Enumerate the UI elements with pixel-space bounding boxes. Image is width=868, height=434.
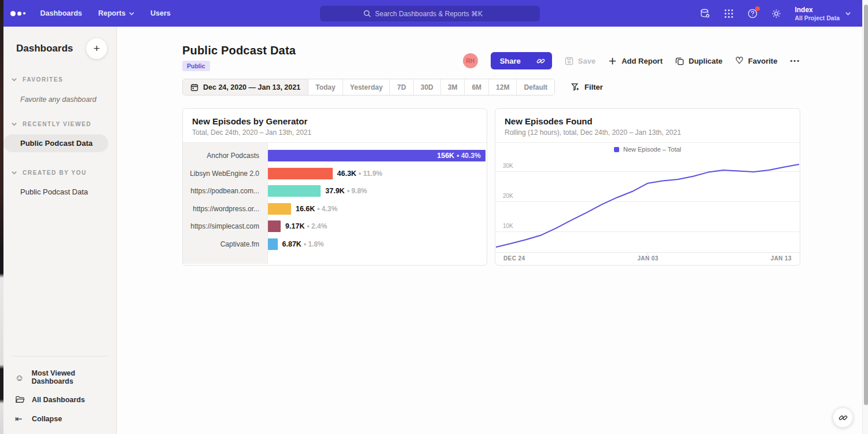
card-new-episodes-found: New Episodes Found Rolling (12 hours), t… (495, 108, 800, 266)
favorites-empty-text: Favorite any dashboard (3, 95, 116, 104)
section-favorites[interactable]: FAVORITES (3, 76, 116, 83)
more-options-button[interactable]: ••• (790, 57, 800, 64)
date-range-group: Dec 24, 2020 — Jan 13, 2021 Today Yester… (182, 79, 555, 95)
ellipsis-icon: ••• (790, 57, 800, 64)
preset-3m[interactable]: 3M (440, 79, 465, 95)
y-tick: 20K (503, 193, 513, 199)
notification-badge (755, 6, 760, 11)
bar-category-label: https://wordpress.or... (183, 200, 267, 218)
settings-gear-icon[interactable] (771, 8, 782, 19)
duplicate-button[interactable]: Duplicate (675, 57, 723, 65)
apps-grid-icon[interactable] (723, 8, 734, 19)
favorite-button[interactable]: ♡ Favorite (735, 57, 778, 65)
card-new-episodes-by-generator: New Episodes by Generator Total, Dec 24t… (182, 108, 487, 266)
search-icon (363, 10, 371, 17)
filter-funnel-icon (571, 83, 580, 91)
chevron-down-icon (12, 170, 17, 175)
background-window-sliver (0, 0, 3, 434)
bar-category-label: https://simplecast.com (183, 218, 267, 236)
chart-title: New Episodes by Generator (192, 116, 477, 126)
save-icon (565, 57, 573, 65)
top-navbar: Dashboards Reports Users Index All Proje… (0, 0, 862, 27)
preset-7d[interactable]: 7D (389, 79, 413, 95)
page-title: Public Podcast Data (182, 44, 296, 57)
chevron-down-icon (845, 11, 851, 16)
search-input[interactable] (375, 10, 496, 18)
help-icon[interactable] (747, 8, 758, 19)
bar-wordpress[interactable]: 16.6K• 4.3% (268, 203, 291, 215)
nav-reports[interactable]: Reports (98, 9, 134, 17)
bar-row: 46.3K• 11.9% 46.3K• 11.9% (268, 165, 487, 183)
preset-12m[interactable]: 12M (488, 79, 516, 95)
floating-copy-link-button[interactable] (833, 407, 853, 428)
calendar-icon (190, 83, 198, 91)
chevron-down-icon (12, 122, 17, 127)
smiley-icon: ☺ (15, 373, 24, 382)
chart-subtitle: Rolling (12 hours), total, Dec 24th, 202… (505, 128, 790, 137)
data-sources-icon[interactable] (700, 8, 711, 19)
nav-users[interactable]: Users (150, 9, 171, 17)
share-split-button: Share (491, 52, 552, 69)
sidebar-item-public-podcast-data-created[interactable]: Public Podcast Data (3, 183, 116, 201)
preset-default[interactable]: Default (516, 79, 554, 95)
date-range-picker[interactable]: Dec 24, 2020 — Jan 13, 2021 (183, 79, 308, 95)
most-viewed-dashboards-button[interactable]: ☺ Most Viewed Dashboards (3, 365, 116, 390)
chart-legend: New Episode – Total (495, 143, 800, 156)
nav-dashboards[interactable]: Dashboards (41, 9, 82, 17)
bar-row: 16.6K• 4.3% 16.6K• 4.3% (268, 200, 487, 218)
new-dashboard-button[interactable]: + (86, 38, 107, 59)
legend-label: New Episode – Total (623, 146, 681, 153)
project-switcher[interactable]: Index All Project Data (795, 6, 851, 21)
bar-simplecast[interactable]: 9.17K• 2.4% (268, 220, 281, 232)
preset-6m[interactable]: 6M (464, 79, 488, 95)
bar-libsyn[interactable]: 46.3K• 11.9% (268, 168, 333, 179)
bars-area: 156K• 40.3% 156K• 40.3% 46.3K• 11.9% 46.… (268, 143, 487, 264)
folder-icon (15, 395, 25, 404)
copy-link-button[interactable] (530, 52, 552, 69)
app-logo-icon[interactable] (10, 11, 25, 16)
preset-today[interactable]: Today (308, 79, 342, 95)
vertical-scrollbar[interactable] (862, 0, 868, 434)
all-dashboards-button[interactable]: All Dashboards (3, 390, 116, 409)
x-tick: DEC 24 (503, 255, 525, 262)
legend-swatch (614, 147, 619, 152)
section-created-by-you[interactable]: CREATED BY YOU (3, 170, 116, 176)
link-icon (536, 57, 545, 65)
y-tick: 10K (503, 223, 513, 229)
date-range-label: Dec 24, 2020 — Jan 13, 2021 (203, 83, 300, 91)
x-tick: JAN 13 (771, 255, 792, 262)
bar-category-label: Captivate.fm (183, 236, 267, 253)
section-recently-viewed[interactable]: RECENTLY VIEWED (3, 121, 116, 127)
chart-subtitle: Total, Dec 24th, 2020 – Jan 13th, 2021 (192, 128, 477, 137)
bar-captivate[interactable]: 6.87K• 1.8% (268, 238, 278, 250)
bar-anchor-podcasts[interactable]: 156K• 40.3% (268, 150, 486, 161)
heart-icon: ♡ (735, 57, 744, 65)
global-search[interactable] (320, 6, 540, 21)
duplicate-icon (675, 57, 684, 65)
sidebar-item-public-podcast-data[interactable]: Public Podcast Data (3, 134, 108, 152)
date-filter-bar: Dec 24, 2020 — Jan 13, 2021 Today Yester… (182, 79, 603, 95)
horizontal-bar-chart: Anchor Podcasts Libsyn WebEngine 2.0 htt… (183, 143, 487, 264)
sidebar-title: Dashboards (16, 43, 73, 54)
collapse-sidebar-button[interactable]: ⇤ Collapse (3, 409, 116, 428)
project-name: Index (795, 6, 840, 14)
avatar[interactable]: RH (463, 53, 478, 68)
scrollbar-thumb[interactable] (864, 5, 868, 405)
bar-row: 156K• 40.3% 156K• 40.3% (268, 147, 487, 165)
bar-podbean[interactable]: 37.9K• 9.8% (268, 185, 321, 197)
sidebar: Dashboards + FAVORITES Favorite any dash… (3, 27, 117, 434)
add-report-button[interactable]: Add Report (608, 57, 663, 65)
bar-category-label: https://podbean.com... (183, 182, 267, 200)
chevron-down-icon (129, 11, 134, 16)
preset-30d[interactable]: 30D (413, 79, 440, 95)
preset-yesterday[interactable]: Yesterday (343, 79, 390, 95)
bar-row: 6.87K• 1.8% 6.87K• 1.8% (268, 236, 487, 253)
share-button[interactable]: Share (491, 52, 530, 69)
plus-icon (608, 57, 617, 65)
line-chart-area[interactable]: 10K20K30K (496, 156, 799, 252)
filter-button[interactable]: Filter (571, 83, 603, 91)
bar-labels-column: Anchor Podcasts Libsyn WebEngine 2.0 htt… (183, 143, 268, 264)
y-tick: 30K (503, 163, 513, 169)
save-button[interactable]: Save (565, 57, 595, 65)
bar-row: 37.9K• 9.8% 37.9K• 9.8% (268, 182, 487, 200)
